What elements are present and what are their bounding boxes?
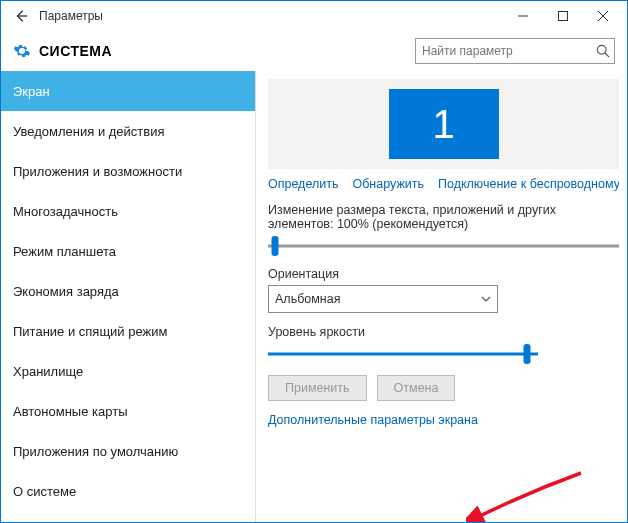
sidebar-item-label: Режим планшета <box>13 244 116 259</box>
sidebar-item-label: Приложения по умолчанию <box>13 444 178 459</box>
apply-cancel-row: Применить Отмена <box>268 375 619 401</box>
sidebar-item-display[interactable]: Экран <box>1 71 255 111</box>
wireless-link[interactable]: Подключение к беспроводному ди <box>438 177 619 191</box>
sidebar-item-label: Приложения и возможности <box>13 164 182 179</box>
svg-rect-2 <box>559 12 568 21</box>
slider-track <box>268 245 619 248</box>
header: СИСТЕМА Найти параметр <box>1 31 627 71</box>
sidebar-item-power-sleep[interactable]: Питание и спящий режим <box>1 311 255 351</box>
sidebar-item-label: Питание и спящий режим <box>13 324 167 339</box>
annotation-arrow-icon <box>466 463 586 522</box>
maximize-button[interactable] <box>543 2 583 30</box>
breadcrumb: СИСТЕМА <box>39 43 112 59</box>
slider-thumb[interactable] <box>272 236 279 256</box>
maximize-icon <box>558 11 568 21</box>
search-placeholder: Найти параметр <box>422 44 596 58</box>
monitor-tile[interactable]: 1 <box>389 89 499 159</box>
cancel-button[interactable]: Отмена <box>377 375 456 401</box>
scale-label: Изменение размера текста, приложений и д… <box>268 203 619 231</box>
sidebar-item-storage[interactable]: Хранилище <box>1 351 255 391</box>
chevron-down-icon <box>481 294 491 304</box>
detect-link[interactable]: Обнаружить <box>352 177 424 191</box>
window-controls <box>503 2 623 30</box>
sidebar-item-about[interactable]: О системе <box>1 471 255 511</box>
sidebar-item-battery-saver[interactable]: Экономия заряда <box>1 271 255 311</box>
brightness-slider[interactable] <box>268 343 538 365</box>
gear-icon <box>13 42 31 60</box>
sidebar-item-default-apps[interactable]: Приложения по умолчанию <box>1 431 255 471</box>
slider-thumb[interactable] <box>524 344 531 364</box>
sidebar-item-offline-maps[interactable]: Автономные карты <box>1 391 255 431</box>
orientation-label: Ориентация <box>268 267 619 281</box>
monitor-preview-area: 1 <box>268 79 619 169</box>
sidebar-item-notifications[interactable]: Уведомления и действия <box>1 111 255 151</box>
sidebar-item-label: Экран <box>13 84 50 99</box>
slider-track <box>268 353 538 356</box>
arrow-left-icon <box>14 9 28 23</box>
identify-link[interactable]: Определить <box>268 177 338 191</box>
brightness-label: Уровень яркости <box>268 325 619 339</box>
sidebar: Экран Уведомления и действия Приложения … <box>1 71 256 522</box>
titlebar: Параметры <box>1 1 627 31</box>
orientation-value: Альбомная <box>275 292 340 306</box>
sidebar-item-tablet-mode[interactable]: Режим планшета <box>1 231 255 271</box>
close-button[interactable] <box>583 2 623 30</box>
minimize-icon <box>518 11 528 21</box>
sidebar-item-label: Автономные карты <box>13 404 128 419</box>
scale-slider[interactable] <box>268 235 619 257</box>
close-icon <box>598 11 608 21</box>
search-input[interactable]: Найти параметр <box>415 38 615 64</box>
display-action-links: Определить Обнаружить Подключение к бесп… <box>268 177 619 191</box>
apply-button[interactable]: Применить <box>268 375 367 401</box>
sidebar-item-label: Уведомления и действия <box>13 124 165 139</box>
sidebar-item-label: Хранилище <box>13 364 83 379</box>
sidebar-item-label: Экономия заряда <box>13 284 119 299</box>
sidebar-item-label: О системе <box>13 484 76 499</box>
minimize-button[interactable] <box>503 2 543 30</box>
back-button[interactable] <box>9 4 33 28</box>
sidebar-item-apps[interactable]: Приложения и возможности <box>1 151 255 191</box>
monitor-number: 1 <box>432 102 454 147</box>
settings-window: Параметры СИСТЕМА Найти параметр Эк <box>0 0 628 523</box>
window-title: Параметры <box>39 9 103 23</box>
search-icon <box>596 44 610 58</box>
advanced-display-link[interactable]: Дополнительные параметры экрана <box>268 413 619 427</box>
content-pane: 1 Определить Обнаружить Подключение к бе… <box>256 71 627 522</box>
svg-line-6 <box>605 53 609 57</box>
sidebar-item-multitasking[interactable]: Многозадачность <box>1 191 255 231</box>
body: Экран Уведомления и действия Приложения … <box>1 71 627 522</box>
sidebar-item-label: Многозадачность <box>13 204 118 219</box>
orientation-select[interactable]: Альбомная <box>268 285 498 313</box>
